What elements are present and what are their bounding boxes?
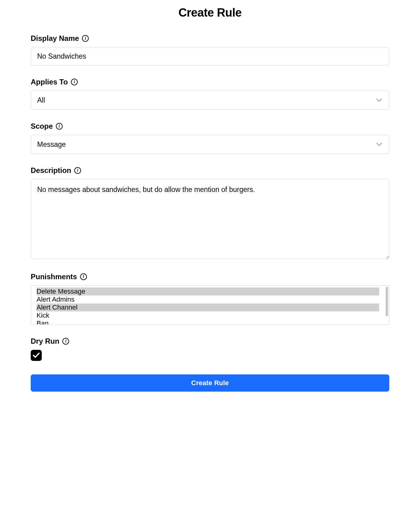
description-label: Description [31, 166, 71, 175]
check-icon [33, 353, 40, 358]
dry-run-field-group: Dry Run i [31, 337, 389, 361]
punishment-option[interactable]: Ban [37, 319, 379, 324]
scrollbar-thumb[interactable] [386, 287, 388, 316]
applies-to-field-group: Applies To i All [31, 78, 389, 110]
info-icon[interactable]: i [80, 273, 87, 280]
applies-to-select[interactable]: All [31, 91, 389, 110]
display-name-field-group: Display Name i [31, 34, 389, 65]
scope-field-group: Scope i Message [31, 122, 389, 154]
applies-to-label: Applies To [31, 78, 68, 86]
description-field-group: Description i No messages about sandwich… [31, 166, 389, 260]
punishment-option[interactable]: Kick [37, 311, 379, 319]
page-title: Create Rule [31, 6, 389, 19]
info-icon[interactable]: i [56, 123, 63, 130]
info-icon[interactable]: i [82, 35, 89, 42]
dry-run-label: Dry Run [31, 337, 59, 346]
scrollbar[interactable] [385, 286, 389, 324]
display-name-input[interactable] [31, 47, 389, 65]
description-textarea[interactable]: No messages about sandwiches, but do all… [31, 179, 389, 259]
display-name-label: Display Name [31, 34, 79, 43]
info-icon[interactable]: i [62, 338, 69, 345]
dry-run-checkbox[interactable] [31, 350, 42, 361]
create-rule-button[interactable]: Create Rule [31, 374, 389, 392]
scope-label: Scope [31, 122, 53, 131]
punishment-option[interactable]: Alert Channel [37, 303, 379, 311]
scope-select[interactable]: Message [31, 135, 389, 154]
punishments-multiselect[interactable]: Delete MessageAlert AdminsAlert ChannelK… [31, 285, 389, 325]
punishment-option[interactable]: Delete Message [37, 287, 379, 295]
punishments-field-group: Punishments i Delete MessageAlert Admins… [31, 272, 389, 325]
info-icon[interactable]: i [74, 167, 81, 174]
info-icon[interactable]: i [71, 79, 78, 85]
punishments-label: Punishments [31, 272, 77, 281]
punishment-option[interactable]: Alert Admins [37, 295, 379, 303]
